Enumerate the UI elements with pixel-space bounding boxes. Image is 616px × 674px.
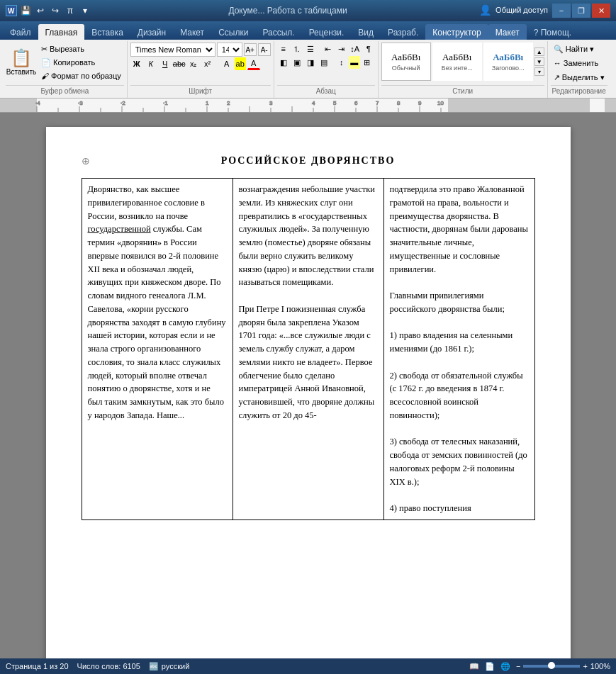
format-painter-button[interactable]: 🖌 Формат по образцу <box>38 69 124 82</box>
title-bar: W 💾 ↩ ↪ π ▾ Докуме... Работа с таблицами… <box>0 0 616 21</box>
formula-quick-btn[interactable]: π <box>64 4 77 17</box>
close-button[interactable]: ✕ <box>592 4 610 18</box>
view-read-btn[interactable]: 📖 <box>469 662 479 671</box>
table-row: Дворянство, как высшее привилегированное… <box>82 179 534 520</box>
font-color-btn[interactable]: A <box>247 57 260 70</box>
line-spacing-btn[interactable]: ↕ <box>335 56 348 69</box>
paragraph-group: ≡ ⒈ ☰ ⇤ ⇥ ↕A ¶ ◧ ▣ ◨ ▤ <box>274 41 379 98</box>
text-highlight-btn[interactable]: ab <box>235 57 246 70</box>
align-right-btn[interactable]: ◨ <box>304 56 317 69</box>
subscript-button[interactable]: x₂ <box>187 57 200 70</box>
borders-btn[interactable]: ⊞ <box>361 56 374 69</box>
shading-btn[interactable]: ▬ <box>349 56 360 69</box>
table-move-handle[interactable]: ⊕ <box>82 155 90 167</box>
restore-button[interactable]: ❐ <box>572 4 590 18</box>
text-effects-btn[interactable]: A <box>220 57 233 70</box>
editing-group: 🔍 Найти ▾ ↔ Заменить ↗ Выделить ▾ Редакт… <box>548 41 610 98</box>
title-bar-left: W 💾 ↩ ↪ π ▾ <box>6 4 97 17</box>
tab-develop[interactable]: Разраб. <box>381 24 425 40</box>
sort-btn[interactable]: ↕A <box>349 43 362 55</box>
numbered-list-btn[interactable]: ⒈ <box>291 43 303 55</box>
col1-text: Дворянство, как высшее привилегированное… <box>88 184 226 420</box>
increase-font-btn[interactable]: A+ <box>244 43 257 56</box>
document-area[interactable]: ⊕ РОССИЙСКОЕ ДВОРЯНСТВО Дворянство, как … <box>0 113 616 658</box>
para-section: ≡ ⒈ ☰ ⇤ ⇥ ↕A ¶ ◧ ▣ ◨ ▤ <box>277 43 375 69</box>
bullet-list-btn[interactable]: ≡ <box>277 43 290 55</box>
paste-button[interactable]: 📋 Вставить <box>6 43 37 82</box>
document-title: Докуме... Работа с таблицами <box>228 6 347 16</box>
copy-button[interactable]: 📄 Копировать <box>38 56 124 69</box>
style-no-spacing[interactable]: АаБбВı Без инте... <box>432 43 482 81</box>
superscript-button[interactable]: x² <box>201 57 214 70</box>
tab-layout2[interactable]: Макет <box>488 24 527 40</box>
scroll-up-arrow[interactable]: ▲ <box>534 47 544 56</box>
increase-indent-btn[interactable]: ⇥ <box>335 43 348 55</box>
svg-text:·4: ·4 <box>35 100 40 106</box>
style-heading[interactable]: АаБбВı Заголово... <box>483 43 533 81</box>
svg-text:2: 2 <box>227 100 230 106</box>
page-count[interactable]: Страница 1 из 20 <box>6 662 69 670</box>
align-center-btn[interactable]: ▣ <box>291 56 303 69</box>
content-table: Дворянство, как высшее привилегированное… <box>82 178 535 520</box>
zoom-in-btn[interactable]: + <box>583 662 587 670</box>
cut-button[interactable]: ✂ Вырезать <box>38 43 124 55</box>
scroll-expand-arrow[interactable]: ▾ <box>534 67 544 76</box>
find-btn[interactable]: 🔍 Найти ▾ <box>551 43 598 55</box>
zoom-slider[interactable] <box>523 665 580 668</box>
tab-design[interactable]: Дизайн <box>130 24 173 40</box>
word-count[interactable]: Число слов: 6105 <box>77 662 140 670</box>
justify-btn[interactable]: ▤ <box>318 56 330 69</box>
underline-button[interactable]: Ч <box>159 57 172 70</box>
strikethrough-button[interactable]: abc <box>173 57 186 70</box>
paste-icon: 📋 <box>11 50 32 67</box>
svg-text:·1: ·1 <box>163 100 168 106</box>
status-bar: Страница 1 из 20 Число слов: 6105 🔤 русс… <box>0 658 616 674</box>
redo-quick-btn[interactable]: ↪ <box>49 4 62 17</box>
undo-quick-btn[interactable]: ↩ <box>34 4 47 17</box>
ruler-svg: ·4 ·3 ·2 ·1 1 2 <box>16 99 605 112</box>
font-size-select[interactable]: 14 <box>217 43 242 57</box>
tab-help[interactable]: ? Помощ. <box>527 24 578 40</box>
tab-view[interactable]: Вид <box>351 24 381 40</box>
more-quick-btn[interactable]: ▾ <box>79 4 91 17</box>
tab-constructor[interactable]: Конструктор <box>425 24 488 40</box>
multilevel-list-btn[interactable]: ☰ <box>304 43 317 55</box>
view-layout-btn[interactable]: 📄 <box>485 662 495 671</box>
font-content: Times New Roman 14 A+ A- Ж К Ч abc x₂ <box>130 43 271 84</box>
language-value: русский <box>162 662 189 670</box>
tab-home[interactable]: Главная <box>38 24 85 40</box>
decrease-indent-btn[interactable]: ⇤ <box>322 43 335 55</box>
align-left-btn[interactable]: ◧ <box>277 56 290 69</box>
decrease-font-btn[interactable]: A- <box>258 43 271 56</box>
word-icon: W <box>6 5 17 16</box>
user-icon[interactable]: 👤 <box>478 4 491 16</box>
language-indicator[interactable]: 🔤 русский <box>149 662 189 671</box>
col3-text: подтвердила это право Жалованной грамото… <box>390 184 528 513</box>
paragraph-label: Абзац <box>277 85 375 96</box>
tab-layout[interactable]: Макет <box>173 24 211 40</box>
tab-insert[interactable]: Вставка <box>84 24 130 40</box>
style-normal[interactable]: АаБбВı Обычный <box>381 43 431 81</box>
zoom-out-btn[interactable]: − <box>516 662 520 670</box>
tab-file[interactable]: Файл <box>3 24 38 40</box>
font-name-select[interactable]: Times New Roman <box>130 43 215 57</box>
italic-button[interactable]: К <box>145 57 157 70</box>
style-heading-label: Заголово... <box>492 64 525 72</box>
clipboard-content: 📋 Вставить ✂ Вырезать 📄 Копировать 🖌 Фор… <box>6 43 124 84</box>
tab-mailings[interactable]: Рассыл. <box>255 24 301 40</box>
svg-text:·3: ·3 <box>78 100 83 106</box>
svg-text:1: 1 <box>206 100 209 106</box>
font-format-row: Ж К Ч abc x₂ x² A ab A <box>130 57 271 70</box>
view-web-btn[interactable]: 🌐 <box>500 662 510 671</box>
select-btn[interactable]: ↗ Выделить ▾ <box>551 71 607 84</box>
tab-review[interactable]: Рецензи. <box>302 24 352 40</box>
tab-references[interactable]: Ссылки <box>211 24 255 40</box>
minimize-button[interactable]: − <box>552 4 571 18</box>
show-marks-btn[interactable]: ¶ <box>362 43 375 55</box>
scroll-down-arrow[interactable]: ▼ <box>534 57 544 66</box>
ruler-left-gray <box>0 99 16 112</box>
share-btn[interactable]: Общий доступ <box>493 4 551 16</box>
bold-button[interactable]: Ж <box>130 57 143 70</box>
save-quick-btn[interactable]: 💾 <box>19 4 32 17</box>
replace-btn[interactable]: ↔ Заменить <box>551 57 602 69</box>
